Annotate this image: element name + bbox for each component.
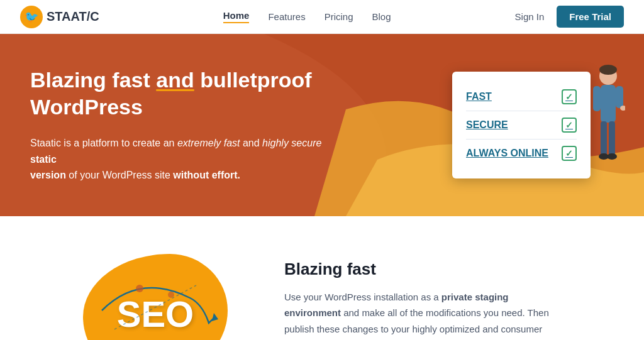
svg-point-13: [168, 292, 174, 298]
sign-in-link[interactable]: Sign In: [515, 11, 545, 22]
hero-title: Blazing fast and bulletproof WordPress: [30, 67, 324, 120]
checklist-label-online: ALWAYS ONLINE: [466, 148, 548, 159]
feature-text-blazing: Blazing fast Use your WordPress installa…: [284, 260, 561, 340]
checklist-label-secure: SECURE: [466, 119, 508, 131]
svg-rect-5: [616, 86, 623, 108]
nav-links: Home Features Pricing Blog: [223, 10, 391, 23]
seo-decoration: [89, 260, 221, 340]
features-section: SEO search 🔍 Blazing fast Use your WordP…: [0, 216, 644, 340]
checklist-label-fast: FAST: [466, 91, 492, 102]
svg-point-12: [136, 285, 143, 292]
svg-point-2: [599, 65, 617, 75]
hero-section: Blazing fast and bulletproof WordPress S…: [0, 34, 644, 216]
checklist-item-online: ALWAYS ONLINE ✓: [466, 140, 577, 167]
logo-icon: 🐦: [20, 6, 43, 28]
free-trial-button[interactable]: Free Trial: [557, 6, 624, 28]
logo-text: STAAT/C: [47, 9, 99, 24]
nav-link-pricing[interactable]: Pricing: [325, 11, 353, 22]
svg-rect-7: [601, 121, 607, 156]
person-figure: [591, 62, 625, 188]
hero-content: Blazing fast and bulletproof WordPress S…: [0, 35, 354, 215]
svg-marker-11: [212, 313, 218, 321]
hero-illustration: FAST ✓ SECURE ✓ ALWAYS ONLINE ✓: [452, 62, 625, 188]
checklist-card: FAST ✓ SECURE ✓ ALWAYS ONLINE ✓: [452, 72, 591, 178]
seo-illustration: SEO search 🔍: [83, 254, 247, 340]
check-icon-secure: ✓: [562, 118, 577, 133]
checklist-item-fast: FAST ✓: [466, 83, 577, 111]
checklist-item-secure: SECURE ✓: [466, 111, 577, 140]
seo-blob: SEO: [83, 254, 228, 340]
svg-point-10: [607, 153, 617, 160]
hero-description: Staatic is a platform to create an extre…: [30, 135, 324, 184]
svg-line-14: [114, 285, 196, 329]
feature-title-blazing: Blazing fast: [284, 260, 561, 279]
nav-link-blog[interactable]: Blog: [372, 11, 391, 22]
feature-desc-main: Use your WordPress installation as a pri…: [284, 289, 561, 340]
navbar: 🐦 STAAT/C Home Features Pricing Blog Sig…: [0, 0, 644, 34]
svg-rect-8: [609, 121, 615, 156]
nav-right: Sign In Free Trial: [515, 6, 624, 28]
hero-title-and: and: [156, 68, 194, 92]
check-icon-online: ✓: [562, 146, 577, 161]
svg-rect-3: [601, 85, 616, 123]
nav-link-features[interactable]: Features: [268, 11, 305, 22]
logo[interactable]: 🐦 STAAT/C: [20, 6, 99, 28]
check-icon-fast: ✓: [562, 89, 577, 104]
svg-rect-4: [593, 86, 601, 111]
nav-link-home[interactable]: Home: [223, 10, 250, 23]
